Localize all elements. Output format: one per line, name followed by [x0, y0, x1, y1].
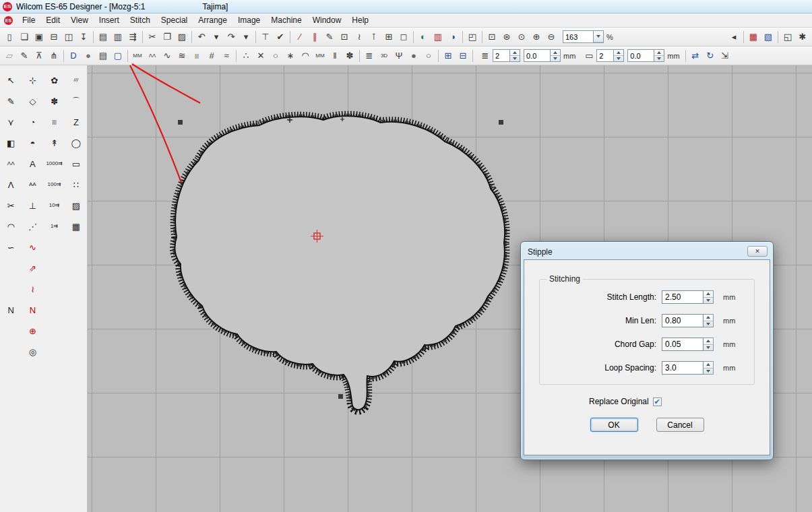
spacing-count-spinner[interactable] [510, 49, 520, 62]
menu-edit[interactable]: Edit [40, 14, 65, 26]
redo-button[interactable]: ↷ [224, 30, 239, 44]
length-count-spinner[interactable] [614, 49, 624, 62]
field-spinner[interactable] [704, 290, 714, 304]
ellipse-tool[interactable]: ◯ [68, 135, 84, 151]
flower-tool[interactable]: ✽ [46, 93, 63, 109]
field-input[interactable] [662, 290, 704, 304]
insert-symbol-tool[interactable]: ✿ [46, 72, 63, 88]
spacing-value-spinner[interactable] [551, 49, 561, 62]
target-tool[interactable]: ◎ [24, 344, 40, 360]
document-icon[interactable]: ES [4, 16, 13, 25]
previous-view-button[interactable]: ◂ [726, 30, 741, 44]
show-stitches-toggle[interactable]: ∕ [292, 30, 307, 44]
redo-dropdown[interactable]: ▾ [239, 30, 253, 44]
write-to-machine-button[interactable]: ⇶ [125, 30, 140, 44]
rectangle-tool[interactable]: ▭ [68, 156, 84, 172]
zoom-in-button[interactable]: ⊕ [529, 30, 544, 44]
contour-fill-button[interactable]: ○ [268, 49, 283, 63]
selection-handle[interactable] [178, 120, 183, 125]
red-circle-plus-tool[interactable]: ⊕ [24, 323, 40, 339]
menu-machine[interactable]: Machine [266, 14, 307, 26]
color-film-button[interactable]: ▥ [431, 30, 445, 44]
n-step-red-tool[interactable]: N [24, 302, 40, 318]
zigzag-small-tool[interactable]: Λ [3, 177, 19, 193]
paste-button[interactable]: ▨ [175, 30, 189, 44]
shadow-outline-button[interactable]: ○ [421, 49, 436, 63]
cancel-button[interactable]: Cancel [656, 418, 704, 432]
branching-tool[interactable]: ⋎ [3, 114, 19, 130]
slant-hatch-tool[interactable]: /// [68, 72, 84, 88]
travel-10-button[interactable]: 10⇉ [46, 197, 63, 214]
copy-button[interactable]: ❐ [160, 30, 175, 44]
closest-join-toggle[interactable]: ▱ [2, 49, 17, 63]
line-spacing-button[interactable]: ≣ [362, 49, 377, 63]
overview-docker-button[interactable]: ◱ [780, 30, 795, 44]
nudge-button[interactable]: ⇄ [688, 49, 703, 63]
show-needle-points-toggle[interactable]: ⊺ [367, 30, 381, 44]
motif-stamp-tool[interactable]: ∷ [68, 177, 84, 193]
satin-stitch-button[interactable]: ΜΜ [130, 49, 145, 63]
menu-stitch[interactable]: Stitch [125, 14, 156, 26]
block-digitize-tool[interactable]: ◧ [3, 135, 19, 151]
undo-dropdown[interactable]: ▾ [209, 30, 224, 44]
red-dash-arrow-tool[interactable]: ⇗ [24, 260, 40, 276]
checker-fill-tool[interactable]: ▦ [68, 218, 84, 234]
n-step-tool[interactable]: N [3, 302, 19, 318]
menu-help[interactable]: Help [346, 14, 374, 26]
s-curve-tool[interactable]: ∽ [3, 239, 19, 255]
zoom-box-button[interactable]: ⊡ [485, 30, 499, 44]
backstitch-button[interactable]: D [66, 49, 81, 63]
cross-stitch-button[interactable]: ✕ [253, 49, 268, 63]
lattice-fill-button[interactable]: # [204, 49, 219, 63]
field-spinner[interactable] [704, 314, 714, 327]
grid-snap-toggle[interactable]: ⊞ [441, 49, 456, 63]
fringe-effect-button[interactable]: Ψ [392, 49, 406, 63]
show-connectors-toggle[interactable]: ≀ [352, 30, 367, 44]
zoom-1to1-button[interactable]: ⊙ [514, 30, 529, 44]
travel-100-button[interactable]: 100⇉ [46, 177, 63, 193]
close-icon[interactable]: ✕ [747, 246, 768, 257]
menu-insert[interactable]: Insert [94, 14, 125, 26]
lettering-tool[interactable]: A [24, 156, 40, 172]
wave-fill-button[interactable]: ≈ [219, 49, 234, 63]
show-points-toggle[interactable]: ⊡ [337, 30, 352, 44]
run-zigzag-tool[interactable]: ΛΛ [3, 156, 19, 172]
show-hoop-toggle[interactable]: ◻ [396, 30, 411, 44]
auto-digitizer-tool[interactable]: ◔ [24, 114, 40, 130]
menu-window[interactable]: Window [307, 14, 347, 26]
thread-colors-button[interactable]: ◑ [445, 30, 460, 44]
mirror-merge-tool[interactable]: Z [68, 114, 84, 130]
show-machine-functions-toggle[interactable]: ∥ [307, 30, 322, 44]
stem-stitch-tool[interactable]: ↟ [46, 135, 63, 151]
star-digitize-tool[interactable]: ◇ [24, 93, 40, 109]
column-tool[interactable]: ||| [46, 114, 63, 130]
stemstitch-button[interactable]: ● [81, 49, 96, 63]
reshape-tool[interactable]: ⊹ [24, 72, 40, 88]
selection-handle[interactable] [499, 120, 503, 125]
save-button[interactable]: ▣ [32, 30, 46, 44]
length-count-input[interactable] [596, 49, 614, 62]
design-check-toggle[interactable]: ✔ [273, 30, 288, 44]
e-stitch-button[interactable]: ΛΛ [145, 49, 160, 63]
arc-tool[interactable]: ⌒ [68, 93, 84, 109]
print-button[interactable]: ⊟ [46, 30, 61, 44]
fancy-fill-button[interactable]: ∴ [239, 49, 253, 63]
tatami-fill-button[interactable]: ≋ [175, 49, 189, 63]
ok-button[interactable]: OK [590, 418, 638, 432]
menu-view[interactable]: View [65, 14, 94, 26]
star-fill-button[interactable]: ∗ [283, 49, 298, 63]
shadow-solid-button[interactable]: ● [406, 49, 421, 63]
menu-file[interactable]: File [17, 14, 40, 26]
length-value-input[interactable] [627, 49, 654, 62]
zoom-factor-button[interactable]: ⊛ [499, 30, 514, 44]
red-wave-tool[interactable]: ≀ [24, 281, 40, 297]
color-bar-button[interactable]: ▦ [746, 30, 761, 44]
undo-button[interactable]: ↶ [194, 30, 209, 44]
cut-button[interactable]: ✂ [145, 30, 160, 44]
field-spinner[interactable] [704, 361, 714, 375]
travel-tool-button[interactable]: ⊼ [32, 49, 46, 63]
field-input[interactable] [662, 314, 704, 327]
dome-tool[interactable]: ◓ [24, 135, 40, 151]
scale-button[interactable]: ⇲ [718, 49, 732, 63]
stipple-backstitch-button[interactable]: ▢ [111, 49, 125, 63]
